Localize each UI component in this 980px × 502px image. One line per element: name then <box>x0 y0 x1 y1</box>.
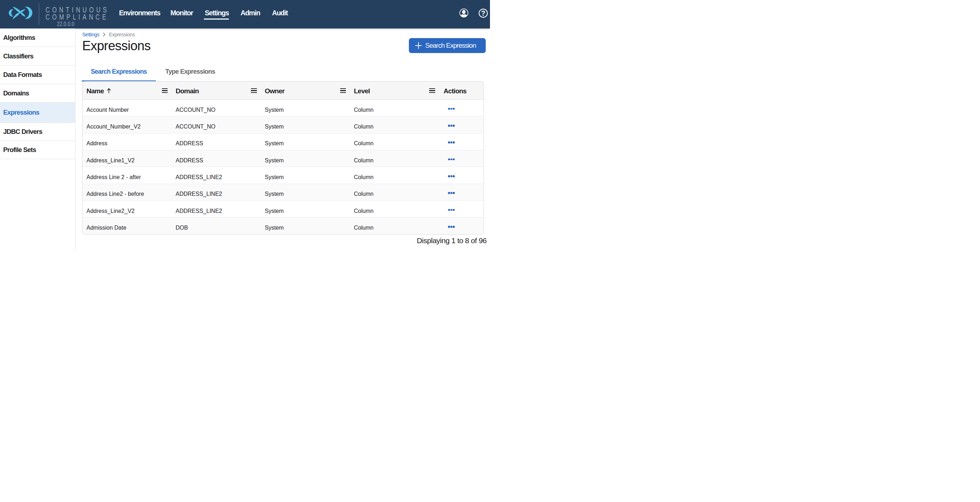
svg-text:?: ? <box>481 9 485 17</box>
